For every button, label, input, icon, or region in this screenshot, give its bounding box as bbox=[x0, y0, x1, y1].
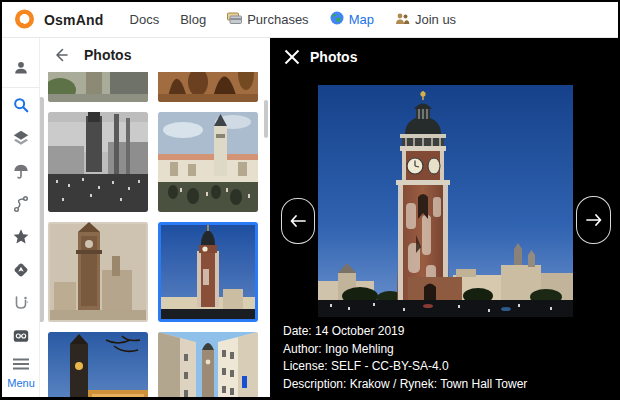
map-globe-icon bbox=[330, 11, 344, 28]
back-arrow-icon bbox=[53, 47, 69, 63]
sidebar-item-search[interactable] bbox=[2, 93, 40, 117]
brand-name[interactable]: OsmAnd bbox=[44, 12, 104, 28]
photos-list-panel: Photos bbox=[40, 38, 270, 397]
photo-thumbnail-7[interactable] bbox=[48, 332, 148, 397]
nav-purchases[interactable]: Purchases bbox=[227, 12, 308, 27]
account-icon bbox=[12, 59, 30, 77]
previous-photo-button[interactable] bbox=[281, 198, 315, 244]
main-photo bbox=[318, 85, 573, 317]
close-button[interactable] bbox=[282, 47, 302, 67]
nav-join-us[interactable]: Join us bbox=[395, 12, 456, 28]
star-icon bbox=[12, 228, 30, 246]
search-icon bbox=[12, 96, 30, 114]
back-arrow-button[interactable] bbox=[46, 40, 76, 70]
nav-links: Docs Blog Purchases bbox=[130, 11, 457, 28]
photo-viewer-panel: Photos bbox=[270, 38, 618, 397]
sidebar-item-track-recording[interactable] bbox=[2, 291, 40, 315]
panel-scrollbar-left[interactable] bbox=[40, 97, 44, 322]
meta-date: Date: 14 October 2019 bbox=[283, 323, 527, 341]
close-icon bbox=[284, 49, 300, 65]
nav-docs[interactable]: Docs bbox=[130, 12, 160, 27]
left-icon-sidebar: Menu bbox=[2, 38, 40, 397]
viewer-title: Photos bbox=[310, 49, 357, 65]
meta-description: Description: Krakow / Rynek: Town Hall T… bbox=[283, 376, 527, 394]
sidebar-item-navigation[interactable] bbox=[2, 258, 40, 282]
arrow-right-icon bbox=[586, 214, 602, 226]
arrow-left-icon bbox=[290, 215, 306, 227]
plugin-badge-icon bbox=[12, 327, 30, 345]
sidebar-divider bbox=[2, 87, 40, 88]
nav-map-label: Map bbox=[349, 12, 374, 27]
photos-panel-header: Photos bbox=[40, 38, 270, 72]
meta-author: Author: Ingo Mehling bbox=[283, 341, 527, 359]
photos-panel-title: Photos bbox=[84, 47, 131, 63]
nav-blog[interactable]: Blog bbox=[180, 12, 206, 27]
photo-thumbnail-6-selected[interactable] bbox=[158, 222, 258, 322]
umbrella-icon bbox=[12, 162, 30, 180]
meta-license: License: SELF - CC-BY-SA-4.0 bbox=[283, 358, 527, 376]
photo-thumbnail-4[interactable] bbox=[158, 112, 258, 212]
nav-map[interactable]: Map bbox=[330, 11, 374, 28]
nav-purchases-label: Purchases bbox=[247, 12, 308, 27]
sidebar-item-plugins[interactable] bbox=[2, 324, 40, 348]
join-us-icon bbox=[395, 12, 410, 28]
sidebar-item-routes[interactable] bbox=[2, 192, 40, 216]
track-record-icon bbox=[12, 294, 30, 312]
sidebar-item-layers[interactable] bbox=[2, 126, 40, 150]
osmand-logo-icon[interactable] bbox=[14, 9, 35, 30]
photo-metadata: Date: 14 October 2019 Author: Ingo Mehli… bbox=[283, 323, 527, 393]
nav-join-us-label: Join us bbox=[415, 12, 456, 27]
sidebar-item-account[interactable] bbox=[2, 56, 40, 80]
purchases-icon bbox=[227, 12, 242, 27]
osmand-web-app: OsmAnd Docs Blog Purchases bbox=[0, 0, 620, 400]
photo-thumbnail-3[interactable] bbox=[48, 112, 148, 212]
next-photo-button[interactable] bbox=[576, 196, 611, 244]
nav-blog-label: Blog bbox=[180, 12, 206, 27]
hamburger-menu-icon bbox=[12, 358, 30, 370]
top-navbar: OsmAnd Docs Blog Purchases bbox=[2, 2, 618, 38]
menu-label: Menu bbox=[2, 377, 40, 389]
nav-docs-label: Docs bbox=[130, 12, 160, 27]
photo-thumbnail-8[interactable] bbox=[158, 332, 258, 397]
layers-icon bbox=[12, 129, 30, 147]
panel-scrollbar-right[interactable] bbox=[264, 100, 268, 138]
sidebar-menu-button[interactable]: Menu bbox=[2, 356, 40, 389]
navigation-diamond-icon bbox=[12, 261, 30, 279]
sidebar-item-weather[interactable] bbox=[2, 159, 40, 183]
photo-thumbnail-5[interactable] bbox=[48, 222, 148, 322]
route-icon bbox=[12, 195, 30, 213]
sidebar-item-favorites[interactable] bbox=[2, 225, 40, 249]
